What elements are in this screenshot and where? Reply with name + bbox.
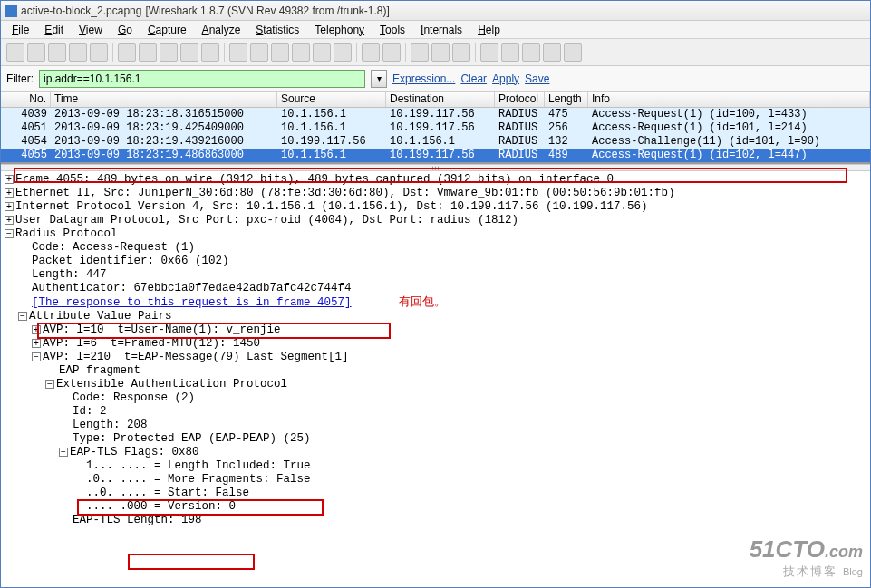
expand-icon[interactable]: + (5, 202, 14, 211)
tree-f3[interactable]: ..0. .... = Start: False (5, 487, 866, 500)
tb-help-icon[interactable] (564, 43, 582, 62)
tree-f4[interactable]: .... .000 = Version: 0 (5, 500, 866, 514)
tree-f2[interactable]: .0.. .... = More Fragments: False (5, 473, 866, 487)
menu-statistics[interactable]: Statistics (248, 22, 306, 38)
tb-save-icon[interactable] (139, 43, 157, 62)
tree-code[interactable]: Code: Access-Request (1) (5, 241, 866, 255)
packet-row-selected[interactable]: 4055 2013-09-09 18:23:19.486863000 10.1.… (1, 149, 870, 162)
apply-link[interactable]: Apply (492, 72, 519, 85)
tree-avp3[interactable]: −AVP: l=210 t=EAP-Message(79) Last Segme… (5, 351, 866, 364)
tb-close-icon[interactable] (160, 43, 178, 62)
tb-goto-icon[interactable] (292, 43, 310, 62)
expand-icon[interactable]: + (5, 175, 14, 184)
tb-autoscroll-icon[interactable] (382, 43, 401, 62)
menu-internals[interactable]: Internals (413, 22, 469, 38)
col-source[interactable]: Source (277, 92, 386, 107)
col-info[interactable]: Info (588, 92, 870, 107)
tb-options-icon[interactable] (27, 43, 45, 62)
menu-view[interactable]: View (72, 22, 110, 38)
tree-tlslen[interactable]: EAP-TLS Length: 198 (5, 514, 866, 527)
expression-link[interactable]: Expression... (392, 72, 455, 85)
col-time[interactable]: Time (51, 92, 277, 107)
tb-start-icon[interactable] (48, 43, 66, 62)
tb-stop-icon[interactable] (69, 43, 87, 62)
tree-auth[interactable]: Authenticator: 67ebbc1a0f7edae42adb7afc4… (5, 282, 866, 295)
cell: 2013-09-09 18:23:18.316515000 (51, 108, 277, 121)
tree-eaptype[interactable]: Type: Protected EAP (EAP-PEAP) (25) (5, 432, 866, 446)
collapse-icon[interactable]: − (45, 380, 54, 389)
tree-frame[interactable]: +Frame 4055: 489 bytes on wire (3912 bit… (5, 173, 866, 187)
tree-avp2[interactable]: +AVP: l=6 t=Framed-MTU(12): 1450 (5, 337, 866, 351)
wm-text: 51CTO (750, 535, 825, 563)
tb-resize-icon[interactable] (480, 43, 498, 62)
tb-interfaces-icon[interactable] (6, 43, 24, 62)
packet-details[interactable]: +Frame 4055: 489 bytes on wire (3912 bit… (1, 171, 870, 556)
tree-radius[interactable]: −Radius Protocol (5, 227, 866, 241)
tree-length[interactable]: Length: 447 (5, 268, 866, 282)
tb-prefs-icon[interactable] (522, 43, 540, 62)
tree-eapfrag[interactable]: EAP fragment (5, 364, 866, 378)
menu-help[interactable]: Help (470, 22, 508, 38)
collapse-icon[interactable]: − (59, 448, 68, 457)
tb-reload-icon[interactable] (180, 43, 198, 62)
filter-input[interactable] (39, 70, 365, 88)
packet-row[interactable]: 4039 2013-09-09 18:23:18.316515000 10.1.… (1, 108, 870, 121)
expand-icon[interactable]: + (5, 216, 14, 225)
menu-analyze[interactable]: Analyze (195, 22, 248, 38)
tb-last-icon[interactable] (334, 43, 352, 62)
tree-eap[interactable]: −Extensible Authentication Protocol (5, 378, 866, 391)
menu-telephony[interactable]: Telephony (307, 22, 372, 38)
expand-icon[interactable]: + (32, 325, 41, 334)
tb-zoomout-icon[interactable] (431, 43, 450, 62)
tree-udp[interactable]: +User Datagram Protocol, Src Port: pxc-r… (5, 214, 866, 227)
collapse-icon[interactable]: − (32, 352, 41, 361)
tree-eapid[interactable]: Id: 2 (5, 405, 866, 419)
tb-restart-icon[interactable] (90, 43, 108, 62)
tree-avp1[interactable]: +AVP: l=10 t=User-Name(1): v_renjie (5, 323, 866, 337)
tb-colorize-icon[interactable] (362, 43, 380, 62)
col-no[interactable]: No. (1, 92, 51, 107)
tree-f1[interactable]: 1... .... = Length Included: True (5, 459, 866, 473)
menu-edit[interactable]: Edit (37, 22, 71, 38)
tree-response-link[interactable]: [The response to this request is in fram… (5, 295, 866, 310)
tb-zoom100-icon[interactable] (452, 43, 470, 62)
cell: 10.199.117.56 (386, 121, 495, 135)
tree-flags[interactable]: −EAP-TLS Flags: 0x80 (5, 446, 866, 459)
tb-fwd-icon[interactable] (271, 43, 289, 62)
tb-print-icon[interactable] (201, 43, 219, 62)
col-length[interactable]: Length (545, 92, 588, 107)
col-dest[interactable]: Destination (386, 92, 495, 107)
tb-open-icon[interactable] (118, 43, 136, 62)
cell: 10.1.156.1 (386, 135, 495, 149)
tree-avp[interactable]: −Attribute Value Pairs (5, 310, 866, 323)
expand-icon[interactable]: + (32, 339, 41, 348)
packet-row[interactable]: 4051 2013-09-09 18:23:19.425409000 10.1.… (1, 121, 870, 135)
tree-ip[interactable]: +Internet Protocol Version 4, Src: 10.1.… (5, 200, 866, 214)
save-link[interactable]: Save (525, 72, 549, 85)
tb-filters-icon[interactable] (501, 43, 519, 62)
col-proto[interactable]: Protocol (495, 92, 545, 107)
expand-icon[interactable]: + (5, 188, 14, 198)
menu-go[interactable]: Go (111, 22, 140, 38)
filter-label: Filter: (6, 72, 34, 85)
collapse-icon[interactable]: − (5, 229, 14, 238)
menu-capture[interactable]: Capture (140, 22, 194, 38)
tree-pktid[interactable]: Packet identifier: 0x66 (102) (5, 255, 866, 268)
tb-color-rules-icon[interactable] (543, 43, 561, 62)
menu-file[interactable]: File (5, 22, 36, 38)
collapse-icon[interactable]: − (18, 312, 27, 321)
tb-back-icon[interactable] (250, 43, 268, 62)
filter-dropdown-icon[interactable]: ▾ (371, 70, 387, 88)
tree-eth[interactable]: +Ethernet II, Src: JuniperN_30:6d:80 (78… (5, 187, 866, 200)
tree-eapcode[interactable]: Code: Response (2) (5, 391, 866, 405)
tree-text: Code: Response (2) (73, 391, 195, 404)
tb-zoomin-icon[interactable] (411, 43, 429, 62)
tree-eaplen[interactable]: Length: 208 (5, 419, 866, 432)
packet-row[interactable]: 4054 2013-09-09 18:23:19.439216000 10.19… (1, 135, 870, 149)
response-link[interactable]: [The response to this request is in fram… (32, 296, 352, 309)
splitter[interactable]: ⁞⁞⁞ (1, 164, 870, 171)
menu-tools[interactable]: Tools (373, 22, 412, 38)
clear-link[interactable]: Clear (460, 72, 487, 85)
tb-find-icon[interactable] (229, 43, 247, 62)
tb-first-icon[interactable] (313, 43, 331, 62)
